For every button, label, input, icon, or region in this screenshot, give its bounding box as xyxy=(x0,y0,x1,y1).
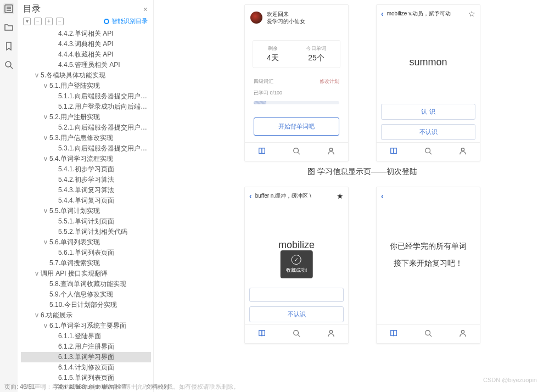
search-icon[interactable] xyxy=(293,329,300,339)
mock-home-screen: 欢迎回来 爱学习的小仙女 剩余 4天 今日单词 25个 四级词汇 xyxy=(244,4,349,161)
toc-node[interactable]: 5.8.查询单词收藏功能实现 xyxy=(21,279,151,289)
back-icon[interactable]: ‹ xyxy=(381,9,384,18)
toc-node[interactable]: v5.3.用户信息修改实现 xyxy=(21,133,151,143)
check-icon: ✓ xyxy=(292,255,301,265)
search-icon[interactable] xyxy=(424,147,432,156)
star-icon[interactable]: ☆ xyxy=(468,9,475,18)
figure-caption: 图 学习信息显示页——初次登陆 xyxy=(187,167,538,177)
disclaimer-text: 版权声明：本文为博主原创文章，未经博主允许不得转载。如有侵权请联系删除。 xyxy=(22,383,239,391)
document-page: 欢迎回来 爱学习的小仙女 剩余 4天 今日单词 25个 四级词汇 xyxy=(154,0,549,392)
toc-node[interactable]: 5.4.2.初步学习算法 xyxy=(21,175,151,185)
outline-icon[interactable] xyxy=(3,3,14,14)
sidebar-title: 目录 xyxy=(23,3,41,15)
know-button[interactable]: 认 识 xyxy=(381,104,475,120)
toc-node[interactable]: 5.6.1.单词列表页面 xyxy=(21,248,151,258)
toc-node[interactable]: v5.6.单词列表实现 xyxy=(21,237,151,248)
back-icon[interactable]: ‹ xyxy=(249,192,252,200)
toc-node[interactable]: 5.4.1.初步学习页面 xyxy=(21,164,151,175)
username-text: 爱学习的小仙女 xyxy=(267,18,305,25)
toc-node[interactable]: 4.4.5.管理员相关 API xyxy=(21,60,151,70)
toc-node[interactable]: 5.7.单词搜索实现 xyxy=(21,258,151,268)
unknown-button[interactable]: 不认识 xyxy=(249,306,344,322)
toc-node[interactable]: 6.1.2.用户注册界面 xyxy=(21,341,151,352)
profile-icon[interactable] xyxy=(459,329,467,339)
svg-line-5 xyxy=(10,66,13,69)
svg-point-8 xyxy=(329,148,332,151)
toc-node[interactable]: v5.1.用户登陆实现 xyxy=(21,81,151,91)
toast: ✓ 收藏成功! xyxy=(281,250,313,278)
toc-tree: 4.4.2.单词相关 API4.4.3.词典相关 API4.4.4.收藏相关 A… xyxy=(18,27,153,389)
folder-icon[interactable] xyxy=(3,22,14,33)
book-icon[interactable] xyxy=(390,329,397,339)
profile-icon[interactable] xyxy=(327,147,335,156)
toc-node[interactable]: 5.1.1.向后端服务器提交用户登录信息 … xyxy=(21,91,151,102)
toc-node[interactable]: 5.10.今日计划部分实现 xyxy=(21,300,151,310)
svg-point-15 xyxy=(425,331,430,335)
toc-node[interactable]: v5.2.用户注册实现 xyxy=(21,112,151,122)
collapse-all-icon[interactable]: ▾ xyxy=(23,18,31,25)
toc-node[interactable]: 6.1.5.单词列表页面 xyxy=(21,373,151,383)
toc-node[interactable]: 4.4.4.收藏相关 API xyxy=(21,49,151,60)
back-icon[interactable]: ‹ xyxy=(381,192,384,200)
toc-node[interactable]: 5.2.1.向后端服务器提交用户注册信息 … xyxy=(21,122,151,133)
toc-node[interactable]: v5.5.单词计划实现 xyxy=(21,206,151,216)
toc-node[interactable]: 5.3.1.向后端服务器提交用户更改的信 … xyxy=(21,143,151,154)
toc-node[interactable]: 5.4.4.单词复习页面 xyxy=(21,195,151,206)
svg-point-17 xyxy=(461,331,464,333)
profile-icon[interactable] xyxy=(327,329,335,339)
toc-node[interactable]: v调用 API 接口实现翻译 xyxy=(21,268,151,279)
toc-node[interactable]: 6.1.4.计划修改页面 xyxy=(21,362,151,373)
start-button[interactable]: 开始背单词吧 xyxy=(254,117,339,136)
toc-node[interactable]: v5.各模块具体功能实现 xyxy=(21,70,151,81)
avatar xyxy=(250,12,262,24)
toc-node[interactable]: v6.功能展示 xyxy=(21,310,151,321)
search-icon[interactable] xyxy=(424,329,432,339)
mock-finish-screen: ‹ 你已经学完的所有单词 接下来开始复习吧！ xyxy=(376,187,480,344)
expand-all-icon[interactable]: − xyxy=(56,18,64,25)
mock-word-card: ‹ mobilize v.动员，赋予可动 ☆ summon 认 识 不认识 xyxy=(376,4,480,161)
svg-point-9 xyxy=(425,148,430,153)
toc-node[interactable]: v5.4.单词学习流程实现 xyxy=(21,154,151,164)
star-icon[interactable]: ★ xyxy=(337,192,344,200)
watermark: CSDN @biyezuopin xyxy=(483,377,537,383)
book-icon[interactable] xyxy=(258,329,266,339)
search-icon[interactable] xyxy=(293,147,300,156)
level-minus-icon[interactable]: − xyxy=(34,18,42,25)
toc-node[interactable]: 5.4.3.单词复习算法 xyxy=(21,185,151,195)
svg-line-7 xyxy=(298,153,300,155)
level-plus-icon[interactable]: + xyxy=(45,18,53,25)
toc-node[interactable]: 4.4.3.词典相关 API xyxy=(21,39,151,49)
toc-node[interactable]: 4.4.2.单词相关 API xyxy=(21,29,151,39)
toc-node[interactable]: 5.5.1.单词计划页面 xyxy=(21,216,151,227)
svg-point-14 xyxy=(329,331,332,333)
close-icon[interactable]: × xyxy=(143,5,148,14)
svg-line-13 xyxy=(298,335,300,337)
toc-node[interactable]: 5.5.2.单词计划相关代码 xyxy=(21,227,151,237)
book-icon[interactable] xyxy=(258,147,266,156)
toc-node[interactable]: v6.1.单词学习系统主要界面 xyxy=(21,321,151,331)
target-icon xyxy=(104,19,109,24)
welcome-text: 欢迎回来 xyxy=(267,10,305,18)
toc-node[interactable]: 6.1.1.登陆界面 xyxy=(21,331,151,341)
svg-point-11 xyxy=(461,148,464,151)
left-rail xyxy=(0,0,18,392)
outline-sidebar: 目录 × ▾ − + − 智能识别目录 4.4.2.单词相关 API4.4.3.… xyxy=(18,0,154,392)
bookmark-icon[interactable] xyxy=(3,41,14,52)
mock-word-toast: ‹ buffer n.缓冲，缓冲区 \ ★ mobilize . 不认识 ✓ 收… xyxy=(244,187,349,344)
progress-bar xyxy=(254,101,339,104)
search-icon[interactable] xyxy=(3,59,14,70)
unknown-button[interactable]: 不认识 xyxy=(381,124,475,140)
svg-line-10 xyxy=(430,153,432,155)
word-header: buffer n.缓冲，缓冲区 \ xyxy=(255,192,311,200)
toc-node[interactable]: 5.1.2.用户登录成功后向后端服务器获取 … xyxy=(21,102,151,112)
svg-point-6 xyxy=(294,148,299,153)
toc-node[interactable]: 6.1.3.单词学习界面 xyxy=(21,352,151,362)
svg-point-12 xyxy=(294,331,299,335)
bottom-nav xyxy=(245,142,348,161)
smart-detect-toc[interactable]: 智能识别目录 xyxy=(104,17,148,25)
profile-icon[interactable] xyxy=(459,147,467,156)
book-icon[interactable] xyxy=(390,147,397,156)
toc-node[interactable]: 5.9.个人信息修改实现 xyxy=(21,289,151,300)
word-header: mobilize v.动员，赋予可动 xyxy=(387,10,451,18)
svg-line-16 xyxy=(430,335,432,337)
